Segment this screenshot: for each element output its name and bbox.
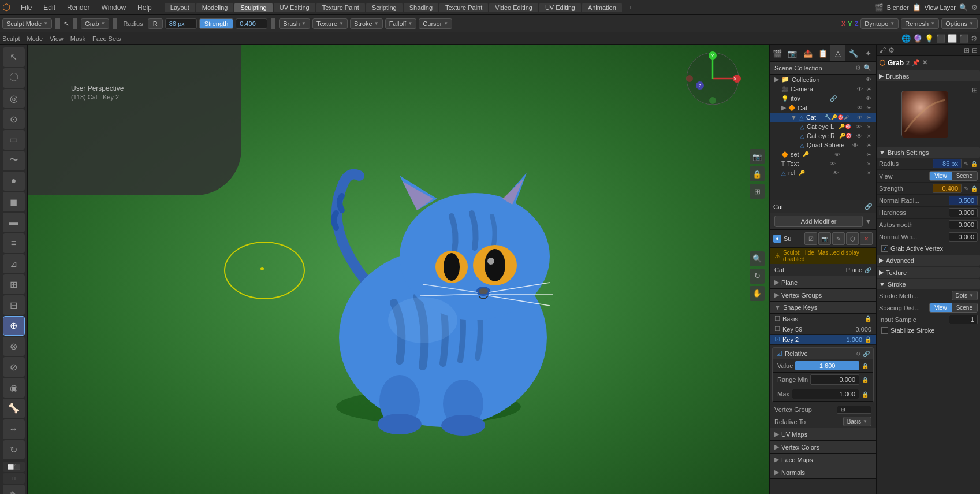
tool-thumb[interactable]: ◉	[3, 378, 25, 398]
tool-pose[interactable]: 🦴	[3, 399, 25, 418]
grab-active-vertex-checkbox[interactable]: ✓	[881, 245, 888, 252]
options-dropdown[interactable]: Options ▼	[941, 18, 978, 29]
menu-window[interactable]: Window	[98, 2, 129, 13]
tool-blob[interactable]: ●	[3, 172, 25, 191]
panel-expand-icon[interactable]: ⊞	[964, 46, 970, 54]
link-chain-icon[interactable]: 🔗	[865, 203, 873, 210]
grid-icon[interactable]: ⊞	[750, 184, 765, 199]
text-render[interactable]: ☀	[866, 161, 871, 167]
collection-eye[interactable]: 👁	[866, 76, 871, 83]
cursor-dropdown[interactable]: Cursor ▼	[419, 18, 452, 29]
input-sample-field[interactable]: 1	[949, 315, 978, 324]
set-render[interactable]: ☀	[866, 151, 871, 158]
navigation-gizmo[interactable]: X Y Z	[684, 50, 741, 107]
tab-video-editing[interactable]: Video Editing	[489, 3, 538, 12]
viewport-icon-5[interactable]: ⬜	[948, 34, 957, 43]
cat-eye-r-eye[interactable]: 👁	[856, 133, 862, 139]
tab-particles-icon[interactable]: ✦	[861, 45, 876, 61]
range-min-field[interactable]: 0.000	[810, 374, 859, 385]
camera-render-eye[interactable]: ☀	[866, 86, 871, 92]
tool-elastic-deform[interactable]: ⊗	[3, 337, 25, 356]
tool-fill[interactable]: ⊞	[3, 274, 25, 294]
spacing-dist-scene[interactable]: Scene	[952, 303, 977, 312]
outliner-item-collection[interactable]: ▶ 📁 Collection 👁	[770, 75, 876, 84]
tab-output-icon[interactable]: 📤	[800, 45, 815, 61]
strength-edit-icon[interactable]: ✎	[964, 185, 968, 192]
outliner-item-cat-group[interactable]: ▶ 🔶 Cat 👁 ☀	[770, 103, 876, 113]
view-sub[interactable]: View	[50, 35, 64, 42]
quad-sphere-render[interactable]: ☀	[866, 142, 871, 148]
face-maps-header[interactable]: ▶ Face Maps	[770, 454, 876, 466]
strength-lock-icon[interactable]: 🔒	[971, 185, 978, 192]
outliner-item-light[interactable]: 💡 itov 🔗 👁	[770, 94, 876, 103]
tab-animation[interactable]: Animation	[582, 3, 622, 12]
brush-prev-expand-icon[interactable]: ⊞	[972, 86, 978, 94]
tab-sculpting[interactable]: Sculpting	[234, 3, 272, 12]
stabilize-stroke-checkbox[interactable]	[881, 327, 888, 334]
strength-toggle[interactable]: Strength	[199, 18, 234, 29]
mod-realtime-icon[interactable]: ☑	[804, 232, 817, 245]
radius-value-field[interactable]: 86 px	[165, 18, 197, 29]
tool-nudge[interactable]: ↔	[3, 419, 25, 439]
brush-preview[interactable]	[901, 91, 948, 137]
cat-eye-l-render[interactable]: ☀	[866, 124, 871, 130]
mode-sub[interactable]: Mode	[27, 35, 43, 42]
texture-section[interactable]: ▶ Texture	[877, 267, 980, 278]
tab-shading[interactable]: Shading	[404, 3, 438, 12]
viewport-icon-7[interactable]: ⚙	[971, 34, 978, 43]
quad-sphere-eye[interactable]: 👁	[852, 142, 858, 148]
mode-dropdown[interactable]: Sculpt Mode ▼	[2, 18, 52, 29]
brush-icon-1[interactable]: 🖌	[879, 46, 886, 54]
tab-uv-editing[interactable]: UV Editing	[274, 3, 315, 12]
menu-edit[interactable]: Edit	[40, 2, 59, 13]
camera-eye[interactable]: 👁	[857, 86, 863, 92]
vertex-groups-header[interactable]: ▶ Vertex Groups	[770, 289, 876, 302]
sculpt-mode-sub[interactable]: Sculpt	[2, 35, 20, 42]
cat-eye-r-render[interactable]: ☀	[866, 133, 871, 139]
tool-clay[interactable]: ◼	[3, 192, 25, 211]
tab-add[interactable]: +	[623, 3, 638, 12]
tool-flatten[interactable]: ▭	[3, 130, 25, 150]
cat-group-render[interactable]: ☀	[866, 105, 871, 111]
tool-annotate[interactable]: ✎	[3, 485, 25, 494]
menu-render[interactable]: Render	[64, 2, 93, 13]
rel-render[interactable]: ☀	[866, 170, 871, 176]
tab-uv-editing2[interactable]: UV Editing	[539, 3, 581, 12]
brushes-section[interactable]: ▶ Brushes	[877, 70, 980, 81]
tool-select[interactable]: ↖	[3, 47, 25, 67]
tool-pinch[interactable]: ◎	[3, 89, 25, 109]
radius-unit-view[interactable]: View	[930, 172, 952, 180]
outliner-item-cat-eye-l[interactable]: △ Cat eye L 🔑🎯 👁 ☀	[770, 122, 876, 131]
normal-radius-field[interactable]: 0.500	[949, 196, 978, 205]
tool-crease[interactable]: 〜	[3, 151, 25, 170]
advanced-section[interactable]: ▶ Advanced	[877, 255, 980, 266]
viewport-icon-3[interactable]: 💡	[925, 34, 934, 43]
tool-rotate[interactable]: ↻	[3, 440, 25, 460]
outliner-item-cat-mesh[interactable]: ▼ △ Cat 🔧🔑🎯🖌 👁 ☀	[770, 113, 876, 122]
stroke-section[interactable]: ▼ Stroke	[877, 279, 980, 289]
range-min-lock[interactable]: 🔒	[862, 377, 869, 383]
outliner-item-text[interactable]: T Text 👁 ☀	[770, 159, 876, 168]
viewport[interactable]: User Perspective (118) Cat : Key 2	[28, 45, 769, 494]
shape-key-59[interactable]: ☐ Key 59 0.000	[770, 324, 876, 335]
brush-x-icon[interactable]: ✕	[922, 59, 927, 66]
search-icon[interactable]: 🔍	[959, 3, 968, 12]
filter-icon[interactable]: ⚙	[971, 3, 978, 12]
outliner-item-cat-eye-r[interactable]: △ Cat eye R 🔑🎯 👁 ☀	[770, 131, 876, 140]
vertex-colors-header[interactable]: ▶ Vertex Colors	[770, 441, 876, 454]
tab-modifier-icon[interactable]: 🔧	[845, 45, 860, 61]
modifier-dropdown-arrow[interactable]: ▼	[865, 218, 871, 225]
cat-mesh-render[interactable]: ☀	[866, 114, 871, 121]
tab-texture-paint2[interactable]: Texture Paint	[439, 3, 488, 12]
move-view-icon[interactable]: ✋	[750, 286, 765, 301]
camera-icon[interactable]: 📷	[750, 149, 765, 164]
cat-mesh-eye[interactable]: 👁	[857, 114, 863, 121]
tab-object-data-icon[interactable]: △	[830, 45, 845, 61]
tab-layout[interactable]: Layout	[165, 3, 195, 12]
tool-multiplane-scrape[interactable]: ⊿	[3, 254, 25, 274]
outliner-item-set[interactable]: 🔶 set 🔑 👁 ☀	[770, 150, 876, 159]
tool-face-sets[interactable]: ⬜⬛	[3, 462, 25, 472]
face-sets-sub[interactable]: Face Sets	[92, 35, 121, 42]
radius-lock-icon[interactable]: 🔒	[971, 161, 978, 167]
x-axis-btn[interactable]: X	[841, 20, 845, 27]
